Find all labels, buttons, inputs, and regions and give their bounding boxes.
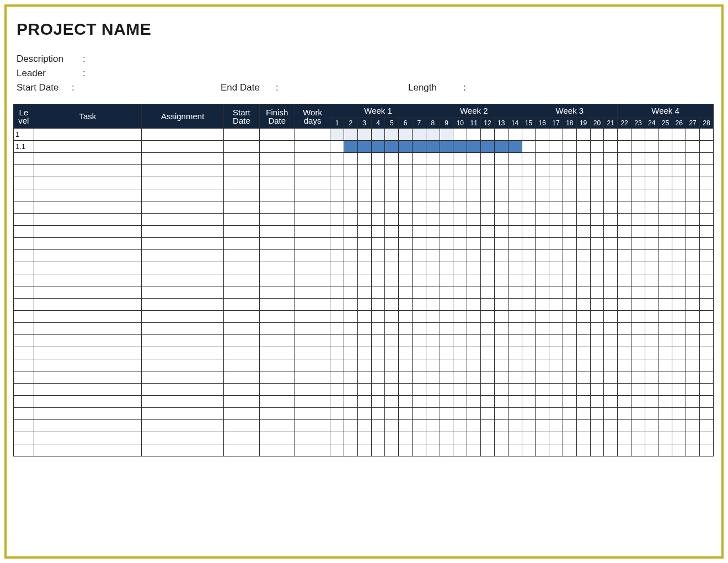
cell-work-days[interactable]: [295, 238, 330, 250]
cell-day[interactable]: [686, 323, 700, 335]
cell-task[interactable]: [34, 371, 141, 384]
cell-day[interactable]: [453, 201, 467, 214]
cell-day[interactable]: [453, 165, 467, 177]
cell-day[interactable]: [536, 299, 549, 311]
cell-day[interactable]: [357, 177, 371, 189]
cell-day[interactable]: [508, 141, 522, 153]
cell-day[interactable]: [330, 311, 344, 323]
cell-day[interactable]: [631, 371, 645, 384]
cell-day[interactable]: [344, 274, 358, 286]
cell-day[interactable]: [508, 323, 522, 335]
cell-day[interactable]: [563, 420, 576, 432]
cell-day[interactable]: [672, 129, 686, 141]
cell-day[interactable]: [399, 129, 413, 141]
cell-day[interactable]: [440, 226, 453, 238]
cell-work-days[interactable]: [295, 347, 330, 359]
cell-day[interactable]: [440, 359, 453, 371]
table-row[interactable]: [14, 153, 714, 165]
cell-task[interactable]: [34, 396, 141, 408]
cell-day[interactable]: [618, 347, 631, 359]
cell-day[interactable]: [631, 250, 645, 262]
cell-day[interactable]: [481, 396, 495, 408]
cell-day[interactable]: [672, 214, 686, 226]
cell-day[interactable]: [481, 189, 495, 201]
cell-day[interactable]: [426, 286, 440, 299]
cell-day[interactable]: [399, 177, 413, 189]
cell-finish-date[interactable]: [259, 189, 295, 201]
cell-day[interactable]: [686, 201, 700, 214]
cell-day[interactable]: [522, 141, 536, 153]
cell-day[interactable]: [699, 311, 713, 323]
cell-task[interactable]: [34, 262, 141, 274]
cell-day[interactable]: [385, 432, 399, 444]
cell-work-days[interactable]: [295, 201, 330, 214]
table-row[interactable]: [14, 250, 714, 262]
cell-level[interactable]: [14, 238, 34, 250]
cell-day[interactable]: [440, 262, 453, 274]
cell-day[interactable]: [399, 226, 413, 238]
cell-day[interactable]: [330, 335, 344, 347]
cell-day[interactable]: [686, 371, 700, 384]
cell-start-date[interactable]: [224, 286, 259, 299]
cell-day[interactable]: [631, 323, 645, 335]
cell-day[interactable]: [563, 359, 576, 371]
cell-assignment[interactable]: [141, 384, 223, 396]
cell-day[interactable]: [576, 286, 590, 299]
cell-work-days[interactable]: [295, 226, 330, 238]
cell-day[interactable]: [645, 274, 659, 286]
cell-day[interactable]: [426, 420, 440, 432]
cell-day[interactable]: [413, 420, 426, 432]
cell-day[interactable]: [699, 153, 713, 165]
cell-day[interactable]: [344, 238, 358, 250]
cell-day[interactable]: [371, 165, 385, 177]
table-row[interactable]: [14, 408, 714, 420]
cell-start-date[interactable]: [224, 384, 259, 396]
cell-day[interactable]: [699, 432, 713, 444]
cell-day[interactable]: [330, 165, 344, 177]
cell-task[interactable]: [34, 141, 141, 153]
cell-day[interactable]: [563, 141, 576, 153]
cell-day[interactable]: [659, 335, 672, 347]
cell-assignment[interactable]: [141, 214, 223, 226]
cell-day[interactable]: [576, 311, 590, 323]
cell-day[interactable]: [563, 189, 576, 201]
cell-day[interactable]: [440, 153, 453, 165]
cell-day[interactable]: [563, 286, 576, 299]
cell-start-date[interactable]: [224, 396, 259, 408]
cell-day[interactable]: [467, 323, 481, 335]
cell-day[interactable]: [481, 371, 495, 384]
cell-day[interactable]: [549, 311, 563, 323]
cell-day[interactable]: [672, 189, 686, 201]
cell-day[interactable]: [344, 226, 358, 238]
cell-finish-date[interactable]: [259, 250, 295, 262]
cell-day[interactable]: [604, 444, 618, 456]
cell-day[interactable]: [604, 141, 618, 153]
cell-day[interactable]: [385, 274, 399, 286]
cell-start-date[interactable]: [224, 347, 259, 359]
cell-assignment[interactable]: [141, 226, 223, 238]
cell-day[interactable]: [357, 396, 371, 408]
cell-day[interactable]: [357, 274, 371, 286]
cell-day[interactable]: [604, 129, 618, 141]
cell-task[interactable]: [34, 165, 141, 177]
cell-day[interactable]: [508, 371, 522, 384]
cell-day[interactable]: [549, 359, 563, 371]
cell-day[interactable]: [536, 201, 549, 214]
table-row[interactable]: [14, 347, 714, 359]
cell-day[interactable]: [440, 323, 453, 335]
cell-day[interactable]: [604, 335, 618, 347]
cell-day[interactable]: [536, 165, 549, 177]
cell-day[interactable]: [522, 177, 536, 189]
cell-day[interactable]: [604, 250, 618, 262]
cell-day[interactable]: [453, 238, 467, 250]
cell-start-date[interactable]: [224, 165, 259, 177]
cell-day[interactable]: [686, 165, 700, 177]
cell-day[interactable]: [357, 129, 371, 141]
cell-day[interactable]: [481, 153, 495, 165]
cell-day[interactable]: [645, 299, 659, 311]
cell-day[interactable]: [645, 141, 659, 153]
cell-day[interactable]: [522, 396, 536, 408]
cell-day[interactable]: [494, 141, 508, 153]
cell-day[interactable]: [631, 189, 645, 201]
cell-day[interactable]: [590, 286, 604, 299]
